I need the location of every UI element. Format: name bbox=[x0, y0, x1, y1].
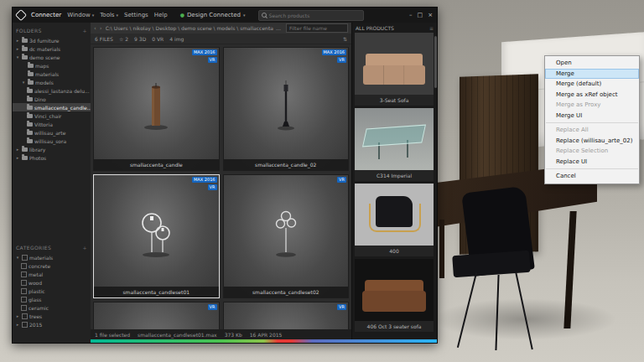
checkbox[interactable] bbox=[21, 297, 27, 303]
file-grid: MAX 2016 VR smallaccenta_candle bbox=[91, 44, 351, 329]
star-filter[interactable]: ☆ 2 bbox=[119, 36, 128, 42]
category-item-concrete[interactable]: concrete bbox=[13, 261, 91, 270]
menu-item-cancel[interactable]: Cancel bbox=[545, 171, 639, 182]
file-tile-candleset01[interactable]: MAX 2016 VR smallaccenta_candleset01 bbox=[93, 174, 220, 298]
sphere-candleholder-thumbnail bbox=[224, 175, 349, 287]
menu-window[interactable]: Window▾ bbox=[67, 12, 94, 18]
menu-help[interactable]: Help bbox=[154, 12, 168, 18]
forward-icon[interactable]: › bbox=[100, 25, 102, 32]
menu-item-replace-ui[interactable]: Replace UI bbox=[545, 157, 639, 168]
checkbox[interactable] bbox=[21, 280, 27, 286]
vr-badge: VR bbox=[208, 184, 217, 190]
selection-status: 1 file selected bbox=[95, 332, 130, 338]
folder-item-3d-furniture[interactable]: ▸ 3d furniture bbox=[13, 36, 91, 44]
product-card-imperial[interactable]: C314 Imperial bbox=[355, 108, 434, 181]
search-input[interactable] bbox=[269, 13, 361, 18]
chevron-down-icon: ▾ bbox=[15, 54, 20, 59]
online-status-icon: ● bbox=[180, 13, 184, 18]
folder-item-smallaccenta-candle[interactable]: smallaccenta_candle... bbox=[13, 103, 91, 111]
checkbox[interactable] bbox=[21, 305, 27, 311]
checkbox[interactable] bbox=[22, 255, 28, 261]
file-name: smallaccenta_candleset01 bbox=[94, 287, 219, 297]
category-item-metal[interactable]: metal bbox=[13, 270, 91, 278]
ring-candleholder-thumbnail bbox=[94, 175, 219, 287]
menu-item-open[interactable]: Open bbox=[545, 58, 639, 69]
product-card-406[interactable]: 406 Oct 3 seater sofa bbox=[355, 259, 434, 332]
folder-item-demo-scene[interactable]: ▾ demo scene bbox=[13, 53, 91, 61]
filter-filename-box[interactable] bbox=[286, 23, 348, 33]
chevron-down-icon: ▾ bbox=[117, 13, 119, 18]
checkbox[interactable] bbox=[21, 272, 27, 277]
menu-separator bbox=[546, 122, 638, 123]
folder-icon bbox=[27, 131, 33, 135]
folder-item-dino[interactable]: Dino bbox=[13, 95, 91, 103]
close-button[interactable]: × bbox=[428, 12, 433, 18]
category-item-materials[interactable]: ▾ materials bbox=[13, 253, 91, 261]
menu-item-replace-willisau[interactable]: Replace (willisau_arte_02) bbox=[545, 136, 639, 147]
filter-img[interactable]: 4 img bbox=[169, 36, 184, 42]
category-item-plastic[interactable]: plastic bbox=[13, 287, 91, 295]
menu-item-merge-ui[interactable]: Merge UI bbox=[545, 111, 639, 122]
menu-item-merge-default[interactable]: Merge (default) bbox=[545, 79, 639, 90]
folder-item-maps[interactable]: maps bbox=[13, 61, 91, 70]
file-tile-candle-02[interactable]: MAX 2016 VR smallaccenta_candle_02 bbox=[223, 47, 350, 171]
menu-item-replace-selection: Replace Selection bbox=[545, 146, 639, 157]
folder-item-vinci-chair[interactable]: Vinci_chair bbox=[13, 111, 91, 120]
category-item-glass[interactable]: glass bbox=[13, 295, 91, 303]
sort-icon[interactable]: ⇅ bbox=[343, 36, 347, 42]
format-badge: MAX 2016 bbox=[192, 49, 216, 55]
menu-tools[interactable]: Tools▾ bbox=[100, 12, 118, 18]
filter-icon[interactable]: ≡ bbox=[429, 25, 434, 31]
folder-item-materials[interactable]: materials bbox=[13, 70, 91, 78]
minimize-button[interactable]: – bbox=[409, 12, 413, 18]
file-tile-candle[interactable]: MAX 2016 VR smallaccenta_candle bbox=[93, 47, 220, 171]
product-search[interactable] bbox=[258, 10, 364, 21]
add-folder-icon[interactable]: + bbox=[83, 28, 87, 34]
add-category-icon[interactable]: + bbox=[83, 245, 87, 251]
product-card-400[interactable]: 400 bbox=[355, 184, 434, 256]
checkbox[interactable] bbox=[21, 288, 27, 294]
vr-badge: VR bbox=[208, 304, 217, 310]
folder-item-willisau-arte[interactable]: willisau_arte bbox=[13, 128, 91, 137]
maximize-button[interactable]: □ bbox=[418, 12, 423, 18]
folder-item-alessi[interactable]: alessi_lastanza delu... bbox=[13, 86, 91, 95]
category-item-wood[interactable]: wood bbox=[13, 278, 91, 287]
folder-icon bbox=[28, 80, 34, 85]
design-connected-dropdown[interactable]: ● Design Connected ▾ bbox=[180, 12, 246, 18]
checkbox[interactable] bbox=[22, 322, 28, 328]
file-tile-partial[interactable]: VR bbox=[93, 302, 220, 329]
chevron-down-icon: ▾ bbox=[243, 13, 246, 18]
folder-icon bbox=[28, 72, 34, 76]
folder-item-dc-materials[interactable]: ▸ dc materials bbox=[13, 44, 91, 53]
category-item-2015[interactable]: ▸ 2015 bbox=[13, 320, 91, 328]
menu-settings[interactable]: Settings bbox=[124, 12, 148, 18]
product-thumb bbox=[355, 259, 434, 321]
checkbox[interactable] bbox=[21, 263, 27, 269]
chevron-down-icon: ▾ bbox=[15, 255, 20, 260]
folder-item-library[interactable]: ▸ library bbox=[13, 145, 91, 153]
products-panel: ALL PRODUCTS ≡ 3-Seat Sofa C314 Imperi bbox=[351, 23, 437, 339]
folder-icon bbox=[28, 64, 34, 68]
menu-item-merge[interactable]: Merge bbox=[545, 69, 639, 80]
folder-item-vittoria[interactable]: Vittoria bbox=[13, 120, 91, 128]
category-item-trees[interactable]: ▸ trees bbox=[13, 312, 91, 320]
file-tile-candleset02[interactable]: VR smallaccenta_candleset02 bbox=[223, 174, 350, 298]
filter-3d[interactable]: 9 3D bbox=[134, 36, 146, 42]
folder-item-photos[interactable]: ▸ Photos bbox=[13, 153, 91, 162]
menu-item-merge-xref[interactable]: Merge as xRef object bbox=[545, 90, 639, 101]
filter-input[interactable] bbox=[289, 25, 345, 31]
folder-item-willisau-sora[interactable]: willisau_sora bbox=[13, 137, 91, 145]
file-tile-partial[interactable]: VR bbox=[223, 302, 350, 329]
products-scrollbar[interactable] bbox=[434, 36, 437, 88]
checkbox[interactable] bbox=[22, 313, 28, 319]
category-item-ceramic[interactable]: ceramic bbox=[13, 303, 91, 312]
chevron-right-icon: ▸ bbox=[15, 322, 20, 327]
back-icon[interactable]: ‹ bbox=[94, 25, 96, 32]
breadcrumb[interactable]: C:\ Users \ nikolay \ Desktop \ demo sce… bbox=[106, 25, 283, 31]
chevron-right-icon: ▸ bbox=[15, 38, 20, 43]
filter-vr[interactable]: 0 VR bbox=[152, 36, 164, 42]
titlebar: Connecter Window▾ Tools▾ Settings Help ●… bbox=[13, 8, 437, 23]
folder-item-models[interactable]: ▾ models bbox=[13, 78, 91, 86]
folder-icon bbox=[27, 97, 33, 101]
product-card-sofa[interactable]: 3-Seat Sofa bbox=[355, 33, 434, 106]
